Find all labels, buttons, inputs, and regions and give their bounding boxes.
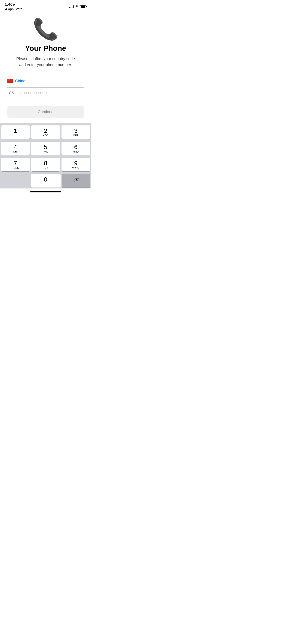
keyboard-empty-key <box>1 174 29 188</box>
key-letters-label: ABC <box>43 134 48 137</box>
keyboard-row-0: 12ABC3DEF <box>1 126 90 139</box>
key-number-label: 0 <box>44 176 47 182</box>
key-number-label: 7 <box>14 160 17 166</box>
page-title: Your Phone <box>25 44 66 52</box>
app-store-back[interactable]: ◀ App Store <box>5 7 22 11</box>
numeric-keyboard: 12ABC3DEF4GHI5JKL6MNO7PQRS8TUV9WXYZ0 <box>0 123 91 188</box>
key-letters-label: DEF <box>73 134 79 137</box>
bottom-divider <box>7 99 84 99</box>
keyboard-key-4[interactable]: 4GHI <box>1 142 30 155</box>
keyboard-row-3: 0 <box>1 174 90 188</box>
keyboard-row-1: 4GHI5JKL6MNO <box>1 142 90 155</box>
phone-input-row: +86 <box>7 88 84 99</box>
phone-number-input[interactable] <box>21 91 84 96</box>
key-letters-label: MNO <box>73 150 79 153</box>
keyboard-key-2[interactable]: 2ABC <box>31 126 60 139</box>
keyboard-key-5[interactable]: 5JKL <box>31 142 60 155</box>
country-selector[interactable]: 🇨🇳 China <box>7 75 84 88</box>
signal-icon <box>69 5 74 8</box>
key-letters-label: TUV <box>43 167 48 170</box>
keyboard-key-6[interactable]: 6MNO <box>62 142 90 155</box>
country-code: +86 <box>7 91 17 96</box>
keyboard-key-7[interactable]: 7PQRS <box>1 158 30 171</box>
key-letters-label: WXYZ <box>72 167 79 170</box>
status-right <box>69 5 87 8</box>
keyboard-delete-key[interactable] <box>62 174 90 188</box>
key-number-label: 2 <box>44 128 47 134</box>
country-name: China <box>15 79 25 84</box>
keyboard-key-9[interactable]: 9WXYZ <box>62 158 90 171</box>
keyboard-key-3[interactable]: 3DEF <box>62 126 90 139</box>
phone-illustration: 📞 <box>33 18 59 40</box>
home-bar <box>30 191 61 192</box>
country-flag: 🇨🇳 <box>7 78 13 84</box>
time-row: 1:40 ▶ <box>5 2 16 7</box>
keyboard-row-2: 7PQRS8TUV9WXYZ <box>1 158 90 171</box>
key-number-label: 4 <box>14 144 17 150</box>
home-indicator <box>0 188 91 194</box>
key-number-label: 5 <box>44 144 47 150</box>
delete-icon <box>73 178 79 184</box>
main-content: 📞 Your Phone Please confirm your country… <box>0 12 91 118</box>
key-number-label: 8 <box>44 160 47 166</box>
key-letters-label: PQRS <box>12 167 19 170</box>
location-icon: ▶ <box>14 3 16 6</box>
keyboard-key-1[interactable]: 1 <box>1 126 30 139</box>
key-number-label: 9 <box>74 160 78 166</box>
status-time: 1:40 <box>5 2 13 7</box>
keyboard-key-0[interactable]: 0 <box>31 174 61 188</box>
key-number-label: 1 <box>14 128 17 134</box>
continue-button[interactable]: Continue <box>7 106 84 118</box>
key-number-label: 3 <box>74 128 78 134</box>
page-subtitle: Please confirm your country codeand ente… <box>16 56 75 68</box>
status-bar: 1:40 ▶ ◀ App Store <box>0 0 91 12</box>
status-left: 1:40 ▶ ◀ App Store <box>5 2 22 11</box>
phone-form: 🇨🇳 China +86 <box>7 75 84 99</box>
battery-icon <box>80 5 87 8</box>
back-arrow-icon: ◀ <box>5 7 7 11</box>
wifi-icon <box>75 5 79 8</box>
key-number-label: 6 <box>74 144 78 150</box>
app-store-label: App Store <box>8 7 22 11</box>
keyboard-key-8[interactable]: 8TUV <box>31 158 60 171</box>
key-letters-label: JKL <box>43 150 48 153</box>
key-letters-label: GHI <box>13 150 18 153</box>
